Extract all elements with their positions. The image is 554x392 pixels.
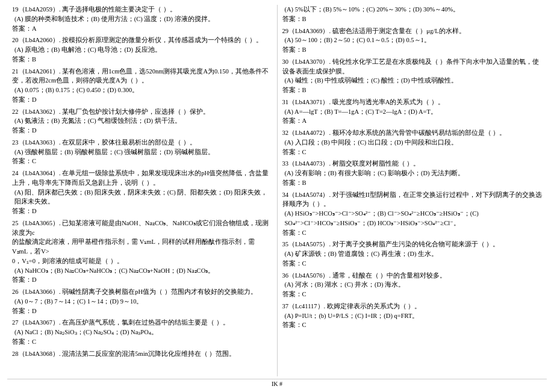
content-columns: 19（Lb4A2059）. 离子选择电极的性能主要决定于（ ）。 (A) 膜的种… — [7, 5, 547, 376]
question-35: 35（Lb4A5075）. 对于离子交换树脂产生污染的钝化合物可能来源于（ ）。… — [282, 240, 543, 268]
page-footer: IK # — [7, 379, 547, 387]
question-26: 26（Lb4A3066）. 弱碱性阴离子交换树脂在pH值为（ ）范围内才有较好的… — [12, 287, 272, 316]
page-indicator: IK # — [272, 381, 282, 387]
question-37: 37（Lc41117）. 欧姆定律表示的关系式为（ ）。 (A) P=IU/t；… — [282, 302, 543, 330]
question-22: 22（Lb4A3062）. 某电厂负包炉按计划大修停炉，应选择（ ）保护。 (A… — [12, 107, 272, 135]
question-27: 27（Lb4A3067）. 在高压炉蒸气系统，氯刺在过热器中的结垢主要是（ ）。… — [12, 318, 272, 346]
question-32: 32（Lb4A4072）. 额环冷却水系统的蒸汽骨管中碳酸钙易结垢的部位是（ ）… — [282, 128, 543, 157]
question-20: 20（Lb4A2060）. 按模拟分析原理测定的微量分析仪，其传感器成为一个特殊… — [12, 36, 272, 64]
page: 19（Lb4A2059）. 离子选择电极的性能主要决定于（ ）。 (A) 膜的种… — [0, 0, 554, 392]
question-25: 25（Lb4A3065）. 已知某溶液可能是由NaOH、Na₂CO₃、NaHCO… — [12, 219, 272, 285]
right-column: (A) 5%以下；(B) 5%～10%；(C) 20%～30%；(D) 30%～… — [278, 5, 547, 376]
question-19: 19（Lb4A2059）. 离子选择电极的性能主要决定于（ ）。 (A) 膜的种… — [12, 5, 272, 33]
question-29: 29（Lb4A3069）. 硫密色法适用于测定含量在（ ）μg/L的水样。 (A… — [282, 26, 543, 55]
question-33: 33（Lb4A4073）. 树脂交联度对树脂性能（ ）。 (A) 没有影响；(B… — [282, 159, 543, 187]
question-23: 23（Lb4A3063）. 在双层床中，胶体往最易析出的部位是（ ）。 (A) … — [12, 138, 272, 166]
question-28-options: (A) 5%以下；(B) 5%～10%；(C) 20%～30%；(D) 30%～… — [282, 5, 543, 24]
question-34: 34（Lb4A5074）. 对于强碱性II型阴树脂，在正常交换运行过程中，对下列… — [282, 190, 543, 238]
question-36: 36（Lb4A5076）. 通常，硅酸在（ ）中的含量相对较多。 (A) 河水；… — [282, 271, 543, 299]
question-21: 21（Lb4A2061）. 某有色溶液，用1cm色皿，选520nm测得其吸光度A… — [12, 67, 272, 105]
question-24: 24（Lb4A3064）. 在单元组一级除盐系统中，如果发现现床出水的pH值突然… — [12, 169, 272, 216]
question-28: 28（Lb4A3068）. 混清法第二反应室的混清5min沉降比化应维持在（ ）… — [12, 349, 272, 359]
left-column: 19（Lb4A2059）. 离子选择电极的性能主要决定于（ ）。 (A) 膜的种… — [7, 5, 278, 376]
question-31: 31（Lb4A3071）. 吸光度均与透光率A的关系式为（ ）。 (A) A=—… — [282, 98, 543, 126]
question-30: 30（Lb4A3070）. 钝化性水化学工艺是在水质极纯及（ ）条件下向水中加入… — [282, 57, 543, 95]
